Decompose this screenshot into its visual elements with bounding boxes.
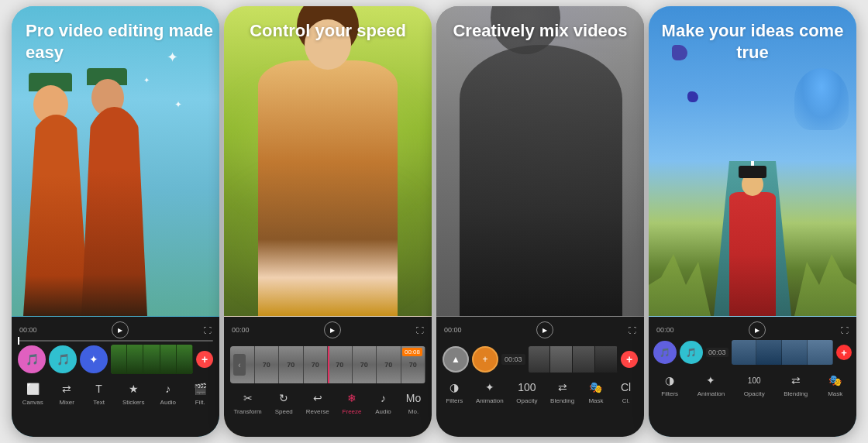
play-button-4[interactable]: ▶ <box>749 321 766 338</box>
card2-time: 00:00 <box>232 326 250 334</box>
strip-seg-5 <box>177 345 193 374</box>
clip-thumb-teal[interactable]: 🎵 <box>49 345 77 373</box>
cclip-seg-2 <box>756 340 782 365</box>
add-clip-button-1[interactable]: + <box>196 351 213 368</box>
transform-icon: ✂ <box>239 390 257 407</box>
tool-filter1[interactable]: 🎬 Filt. <box>191 380 208 406</box>
woman-figure <box>258 60 398 316</box>
card2-speed-timeline[interactable]: ‹ 70 70 70 70 70 70 70 70 00:08 <box>230 346 425 383</box>
card4-timecode: 00:03 <box>706 348 728 357</box>
tool-opacity4[interactable]: 100 Opacity <box>744 372 765 397</box>
animation3-label: Animation <box>476 397 504 404</box>
tool-filters4[interactable]: ◑ Filters <box>661 372 678 397</box>
tool-cl3[interactable]: Cl Cl. <box>618 379 635 404</box>
cclip-blue[interactable]: 🎵 <box>653 341 677 364</box>
canvas-label: Canvas <box>22 399 43 406</box>
text-label: Text <box>93 399 105 406</box>
sparkle-icon-3: ✦ <box>143 76 150 84</box>
tool-reverse[interactable]: ↩ Reverse <box>306 390 329 415</box>
cclip-seg-4 <box>808 340 833 365</box>
tool-stickers[interactable]: ★ Stickers <box>122 380 144 406</box>
expand-icon-1[interactable]: ⛶ <box>204 326 212 335</box>
card3-toolbar: ◑ Filters ✦ Animation 100 Opacity ⇄ Blen… <box>436 374 644 407</box>
card3-clips-row: ▲ + 00:03 + <box>436 340 644 373</box>
tool-blending4[interactable]: ⇄ Blending <box>784 372 808 397</box>
person2-body <box>81 107 147 316</box>
canvas-icon: ⬜ <box>24 380 41 397</box>
add-clip-button-3[interactable]: + <box>621 351 638 368</box>
tool-freeze[interactable]: ❄ Freeze <box>343 390 362 415</box>
add-clip-button-4[interactable]: + <box>836 345 852 360</box>
filter1-label: Filt. <box>195 399 205 406</box>
sparkle-icon-2: ✦ <box>174 99 182 110</box>
tool-mask3[interactable]: 🎭 Mask <box>587 379 604 404</box>
animation3-icon: ✦ <box>481 379 498 396</box>
speed-frame-5: 70 <box>328 346 353 383</box>
tool-animation4[interactable]: ✦ Animation <box>698 372 725 397</box>
play-button-1[interactable]: ▶ <box>112 321 129 338</box>
card1-image: Pro video editing made easy ✦ ✦ ✦ <box>12 6 219 316</box>
motion-icon: Mo <box>405 390 422 407</box>
expand-icon-2[interactable]: ⛶ <box>416 326 424 335</box>
speed-frame-2: 70 <box>255 346 280 383</box>
tool-mask4[interactable]: 🎭 Mask <box>827 372 844 397</box>
card3-video-strip[interactable] <box>529 346 618 373</box>
speed-label: Speed <box>275 408 293 415</box>
card1-toolbar: ⬜ Canvas ⇄ Mixer T Text ★ Stickers ♪ A <box>12 376 219 409</box>
balloon-gray[interactable]: ▲ <box>443 346 469 373</box>
card4-strip[interactable] <box>732 340 833 365</box>
clip-thumb-blue[interactable]: ✦ <box>80 345 108 373</box>
filters4-icon: ◑ <box>661 372 678 389</box>
tool-canvas[interactable]: ⬜ Canvas <box>22 380 43 406</box>
clip-thumb-pink[interactable]: 🎵 <box>18 345 46 373</box>
asteroid-2 <box>687 91 698 102</box>
woman4-hat <box>739 166 766 178</box>
tool-animation3[interactable]: ✦ Animation <box>476 379 504 404</box>
tool-filters3[interactable]: ◑ Filters <box>446 379 463 404</box>
phone-card-3: Creatively mix videos 00:00 ▶ ⛶ ▲ + 00:0… <box>436 6 644 437</box>
tool-audio[interactable]: ♪ Audio <box>160 380 177 406</box>
mask3-label: Mask <box>588 397 603 404</box>
person1-body <box>23 115 89 316</box>
card1-clips-row: 🎵 🎵 ✦ + <box>12 345 219 374</box>
cclip-teal[interactable]: 🎵 <box>680 341 703 364</box>
tool-text[interactable]: T Text <box>91 380 108 406</box>
play-button-2[interactable]: ▶ <box>324 321 341 338</box>
card4-title: Make your ideas come true <box>659 20 846 63</box>
card2-toolbar: ✂ Transform ↻ Speed ↩ Reverse ❄ Freeze ♪ <box>224 386 432 418</box>
expand-icon-4[interactable]: ⛶ <box>841 326 849 335</box>
filters3-label: Filters <box>446 397 463 404</box>
tool-audio2[interactable]: ♪ Audio <box>375 390 392 415</box>
card1-timeline[interactable] <box>18 340 213 342</box>
phone-card-1: Pro video editing made easy ✦ ✦ ✦ 00:00 … <box>12 6 219 437</box>
tool-opacity3[interactable]: 100 Opacity <box>516 379 537 404</box>
card4-controls: 00:00 ▶ ⛶ 🎵 🎵 00:03 + ◑ Filters <box>649 317 856 437</box>
tool-mixer[interactable]: ⇄ Mixer <box>58 380 75 406</box>
tool-speed[interactable]: ↻ Speed <box>275 390 293 415</box>
mask4-icon: 🎭 <box>827 372 844 389</box>
expand-icon-3[interactable]: ⛶ <box>629 326 636 335</box>
play-button-3[interactable]: ▶ <box>536 321 553 338</box>
landscape-right <box>794 239 856 316</box>
card4-clips-row: 🎵 🎵 00:03 + <box>649 340 856 365</box>
speed-frame-3: 70 <box>279 346 304 383</box>
mix-strip-inner <box>529 346 618 373</box>
transform-label: Transform <box>234 408 262 415</box>
card3-time: 00:00 <box>444 326 462 334</box>
tool-transform[interactable]: ✂ Transform <box>234 390 262 415</box>
card1-playbar: 00:00 ▶ ⛶ <box>12 317 219 340</box>
balloon-orange[interactable]: + <box>472 346 498 373</box>
speed-marker: ‹ <box>233 354 246 376</box>
card1-video-strip[interactable] <box>111 345 193 374</box>
card3-title: Creatively mix videos <box>446 20 633 42</box>
tool-blending3[interactable]: ⇄ Blending <box>550 379 574 404</box>
card3-playbar: 00:00 ▶ ⛶ <box>436 317 644 340</box>
stickers-label: Stickers <box>122 399 144 406</box>
strip-seg-1 <box>111 345 127 374</box>
motion-label: Mo. <box>408 408 418 415</box>
tool-motion[interactable]: Mo Mo. <box>405 390 422 415</box>
speed-frame-7: 70 <box>377 346 401 383</box>
mask4-label: Mask <box>828 390 842 397</box>
card1-title: Pro video editing made easy <box>26 20 219 63</box>
card3-controls: 00:00 ▶ ⛶ ▲ + 00:03 + <box>436 317 644 437</box>
